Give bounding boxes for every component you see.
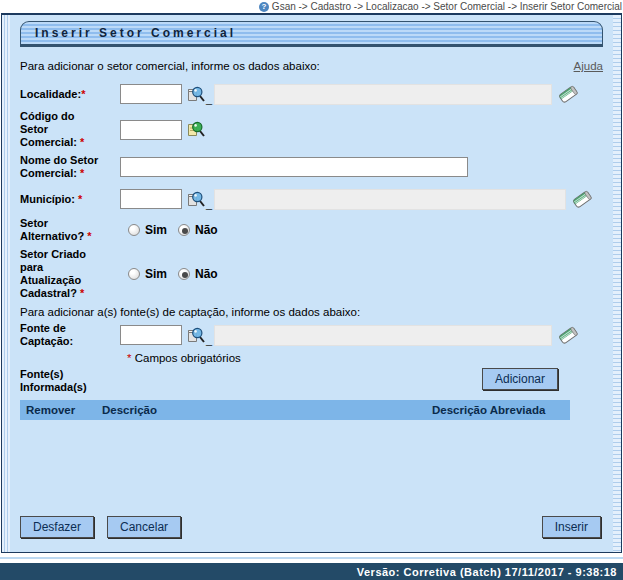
municipio-label: Município: * [20,193,120,206]
fonte-captacao-lookup-icon[interactable]: _ [185,325,212,346]
setor-criado-radio-sim[interactable] [128,268,140,280]
intro-text: Para adicionar o setor comercial, inform… [20,60,320,72]
required-note: * Campos obrigatórios [127,352,603,364]
fonte-captacao-label: Fonte de Captação: [20,322,120,348]
row-setor-alternativo: Setor Alternativo? * Sim Não [20,217,603,243]
setor-alternativo-sim-label: Sim [145,223,167,237]
footer-gap [0,553,623,563]
page-title-bar: Inserir Setor Comercial [20,21,603,47]
fontes-informadas-row: Fonte(s) Informada(s) Adicionar [20,368,603,394]
breadcrumb-bar: ? Gsan -> Cadastro -> Localizacao -> Set… [0,0,623,13]
fontes-informadas-label: Fonte(s) Informada(s) [20,368,120,394]
header-remover: Remover [20,400,96,420]
desfazer-button[interactable]: Desfazer [20,516,94,538]
inserir-button[interactable]: Inserir [542,516,601,538]
fontes-intro-text: Para adicionar a(s) fonte(s) de captação… [20,306,360,318]
localidade-lookup-icon[interactable]: _ [185,84,212,105]
fontes-table-header-row: Remover Descrição Descrição Abreviada [20,400,570,420]
row-localidade: Localidade:* _ [20,83,603,105]
codigo-setor-lookup-icon[interactable] [185,119,206,140]
page-title: Inserir Setor Comercial [21,26,236,40]
row-codigo-setor: Código do Setor Comercial: * [20,110,603,149]
header-descricao: Descrição [96,400,426,420]
nome-setor-label: Nome do Setor Comercial: * [20,154,120,180]
actions-row: Desfazer Cancelar Inserir [20,516,603,538]
setor-alternativo-radio-sim[interactable] [128,224,140,236]
municipio-description-field [214,189,566,210]
breadcrumb[interactable]: Gsan -> Cadastro -> Localizacao -> Setor… [272,1,622,12]
localidade-description-field [214,84,552,105]
localidade-code-input[interactable] [120,84,182,104]
row-nome-setor: Nome do Setor Comercial: * [20,154,603,180]
ajuda-link[interactable]: Ajuda [574,60,603,72]
adicionar-button[interactable]: Adicionar [482,368,558,390]
nome-setor-input[interactable] [120,157,468,177]
row-setor-criado: Setor Criado para Atualização Cadastral?… [20,248,603,300]
localidade-label: Localidade:* [20,88,120,101]
setor-alternativo-radio-nao[interactable] [178,224,190,236]
right-border-decoration [613,15,621,552]
empty-space [20,420,603,516]
municipio-code-input[interactable] [120,189,182,209]
fontes-table: Remover Descrição Descrição Abreviada [20,400,570,420]
cancelar-button[interactable]: Cancelar [107,516,181,538]
row-fonte-captacao: Fonte de Captação: _ [20,322,603,348]
header-descricao-abreviada: Descrição Abreviada [426,400,570,420]
setor-criado-radio-nao[interactable] [178,268,190,280]
footer-bar: Versão: Corretiva (Batch) 17/11/2017 - 9… [0,563,623,580]
fonte-captacao-code-input[interactable] [120,325,182,345]
version-text: Versão: Corretiva (Batch) 17/11/2017 - 9… [357,566,617,578]
left-border-decoration [2,15,10,552]
setor-criado-nao-label: Não [195,267,218,281]
fonte-captacao-erase-icon[interactable] [557,324,579,346]
setor-criado-sim-label: Sim [145,267,167,281]
setor-alternativo-label: Setor Alternativo? * [20,217,120,243]
main-panel: Inserir Setor Comercial Para adicionar o… [1,13,622,553]
row-municipio: Município: * _ [20,188,603,210]
setor-criado-label: Setor Criado para Atualização Cadastral?… [20,248,120,300]
form-content: Inserir Setor Comercial Para adicionar o… [10,15,613,552]
municipio-lookup-icon[interactable]: _ [185,189,212,210]
setor-alternativo-nao-label: Não [195,223,218,237]
fonte-captacao-description-field [214,325,552,346]
localidade-erase-icon[interactable] [557,83,579,105]
municipio-erase-icon[interactable] [571,188,593,210]
help-icon[interactable]: ? [259,2,269,12]
codigo-setor-label: Código do Setor Comercial: * [20,110,120,149]
codigo-setor-input[interactable] [120,120,182,140]
